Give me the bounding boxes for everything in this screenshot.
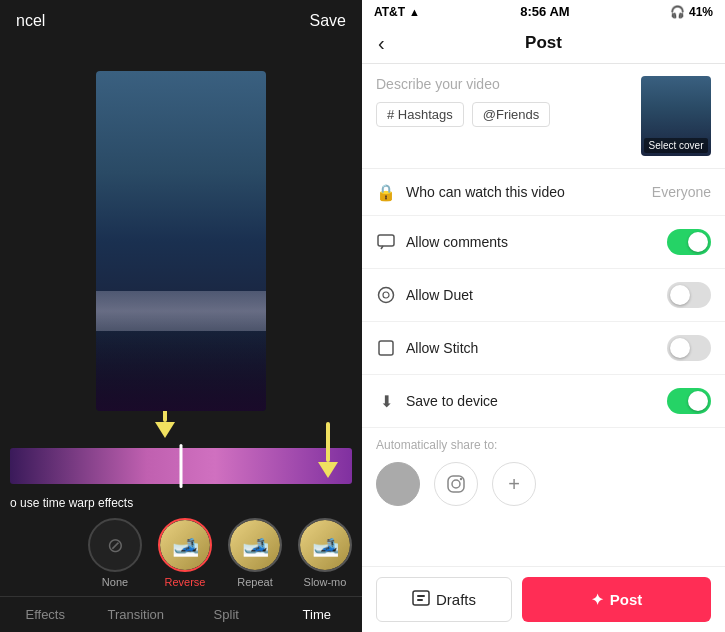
settings-list: 🔒 Who can watch this video Everyone Allo…	[362, 169, 725, 428]
sparkle-icon: ✦	[591, 591, 604, 609]
nav-effects[interactable]: Effects	[0, 597, 91, 632]
timeline-indicator	[180, 444, 183, 488]
describe-input[interactable]: Describe your video	[376, 76, 631, 92]
back-button[interactable]: ‹	[378, 32, 385, 55]
friends-button[interactable]: @Friends	[472, 102, 551, 127]
who-can-watch-value: Everyone	[652, 184, 711, 200]
svg-point-2	[383, 292, 389, 298]
drafts-label: Drafts	[436, 591, 476, 608]
post-footer: Drafts ✦ Post	[362, 566, 725, 632]
auto-share-label: Automatically share to:	[376, 438, 711, 452]
svg-point-1	[379, 288, 394, 303]
svg-rect-0	[378, 235, 394, 246]
settings-allow-stitch: Allow Stitch	[362, 322, 725, 375]
svg-rect-7	[413, 591, 429, 605]
effect-reverse[interactable]: 🎿 Reverse	[158, 518, 212, 588]
effect-label-reverse: Reverse	[165, 576, 206, 588]
svg-rect-8	[417, 595, 425, 597]
describe-area: Describe your video # Hashtags @Friends …	[362, 64, 725, 169]
duet-icon	[376, 285, 396, 305]
settings-save-device: ⬇ Save to device	[362, 375, 725, 428]
share-icons-row: +	[376, 462, 711, 506]
post-header: ‹ Post	[362, 23, 725, 64]
settings-allow-duet: Allow Duet	[362, 269, 725, 322]
nav-time[interactable]: Time	[272, 597, 363, 632]
svg-rect-3	[379, 341, 393, 355]
save-device-toggle[interactable]	[667, 388, 711, 414]
effect-label-none: None	[102, 576, 128, 588]
toggle-knob	[688, 232, 708, 252]
effect-label-repeat: Repeat	[237, 576, 272, 588]
video-frame	[96, 71, 266, 411]
post-label: Post	[610, 591, 643, 608]
timeline-area	[0, 440, 362, 490]
nav-transition[interactable]: Transition	[91, 597, 182, 632]
video-waves	[96, 291, 266, 331]
effect-none[interactable]: ⊘ None	[88, 518, 142, 588]
download-icon: ⬇	[376, 391, 396, 411]
hashtags-button[interactable]: # Hashtags	[376, 102, 464, 127]
arrow-annotation-2	[318, 422, 338, 478]
auto-share-section: Automatically share to: +	[362, 428, 725, 512]
bottom-nav: Effects Transition Split Time	[0, 596, 362, 632]
status-left: AT&T ▲	[374, 5, 420, 19]
effects-row: ⊘ None 🎿 Reverse 🎿 Repeat 🎿 Slow-mo	[0, 518, 362, 596]
svg-rect-9	[417, 599, 423, 601]
effect-repeat[interactable]: 🎿 Repeat	[228, 518, 282, 588]
carrier-text: AT&T	[374, 5, 405, 19]
share-circle-grey[interactable]	[376, 462, 420, 506]
post-content: Describe your video # Hashtags @Friends …	[362, 64, 725, 566]
wifi-icon: ▲	[409, 6, 420, 18]
post-title: Post	[525, 33, 562, 53]
drafts-button[interactable]: Drafts	[376, 577, 512, 622]
effect-circle-repeat: 🎿	[228, 518, 282, 572]
post-button[interactable]: ✦ Post	[522, 577, 711, 622]
save-device-label: Save to device	[406, 393, 657, 409]
timeline-bar[interactable]	[10, 448, 352, 484]
allow-comments-toggle[interactable]	[667, 229, 711, 255]
headphone-icon: 🎧	[670, 5, 685, 19]
effect-label-slowmo: Slow-mo	[304, 576, 347, 588]
cancel-button[interactable]: ncel	[16, 12, 45, 30]
right-panel: AT&T ▲ 8:56 AM 🎧 41% ‹ Post Describe you…	[362, 0, 725, 632]
lock-icon: 🔒	[376, 182, 396, 202]
effect-slowmo[interactable]: 🎿 Slow-mo	[298, 518, 352, 588]
cover-thumbnail[interactable]: Select cover	[641, 76, 711, 156]
toggle-knob-stitch	[670, 338, 690, 358]
tags-row: # Hashtags @Friends	[376, 102, 631, 127]
allow-duet-toggle[interactable]	[667, 282, 711, 308]
save-button[interactable]: Save	[310, 12, 346, 30]
skier-repeat: 🎿	[230, 520, 280, 570]
svg-point-6	[460, 478, 462, 480]
left-header: ncel Save	[0, 0, 362, 42]
status-time: 8:56 AM	[520, 4, 569, 19]
effect-circle-slowmo: 🎿	[298, 518, 352, 572]
allow-stitch-label: Allow Stitch	[406, 340, 657, 356]
status-right: 🎧 41%	[670, 5, 713, 19]
allow-stitch-toggle[interactable]	[667, 335, 711, 361]
cover-label: Select cover	[644, 138, 707, 153]
comment-icon	[376, 232, 396, 252]
skier-reverse: 🎿	[160, 520, 210, 570]
svg-point-5	[452, 480, 460, 488]
who-can-watch-label: Who can watch this video	[406, 184, 642, 200]
status-bar: AT&T ▲ 8:56 AM 🎧 41%	[362, 0, 725, 23]
nav-split[interactable]: Split	[181, 597, 272, 632]
settings-allow-comments: Allow comments	[362, 216, 725, 269]
describe-left: Describe your video # Hashtags @Friends	[376, 76, 631, 156]
allow-comments-label: Allow comments	[406, 234, 657, 250]
skier-slowmo: 🎿	[300, 520, 350, 570]
toggle-knob-duet	[670, 285, 690, 305]
toggle-knob-save	[688, 391, 708, 411]
share-instagram[interactable]	[434, 462, 478, 506]
settings-who-can-watch[interactable]: 🔒 Who can watch this video Everyone	[362, 169, 725, 216]
allow-duet-label: Allow Duet	[406, 287, 657, 303]
stitch-icon	[376, 338, 396, 358]
video-preview	[0, 42, 362, 440]
effect-circle-reverse: 🎿	[158, 518, 212, 572]
drafts-icon	[412, 590, 430, 609]
time-effects-text: o use time warp effects	[0, 490, 362, 518]
left-panel: ncel Save o use time warp effects ⊘	[0, 0, 362, 632]
battery-text: 41%	[689, 5, 713, 19]
share-add-platform[interactable]: +	[492, 462, 536, 506]
